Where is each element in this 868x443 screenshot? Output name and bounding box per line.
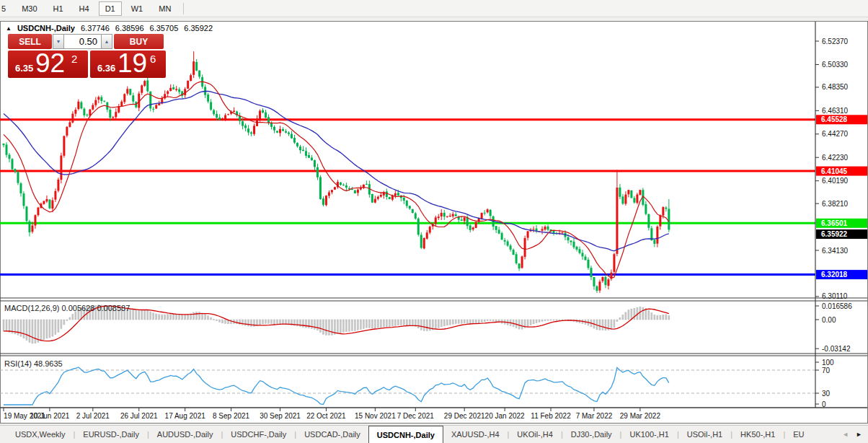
buy-price-pips: 19 (118, 48, 147, 79)
tab-scroll-left-icon[interactable]: ◄ (842, 431, 849, 438)
ohlc-close: 6.35922 (184, 24, 213, 32)
tab-usoil-h1[interactable]: USOil-,H1 (679, 426, 731, 443)
svg-text:6.42230: 6.42230 (822, 154, 849, 162)
svg-text:30: 30 (822, 390, 831, 398)
ohlc-low: 6.35705 (150, 24, 179, 32)
svg-text:6.36501: 6.36501 (821, 219, 848, 227)
sell-price-prefix: 6.35 (15, 63, 33, 74)
timeframe-button-M30[interactable]: M30 (15, 1, 43, 16)
timeframe-button-W1[interactable]: W1 (125, 1, 150, 16)
svg-text:6.41045: 6.41045 (821, 167, 848, 175)
tab-eurusd-daily[interactable]: EURUSD-,Daily (75, 426, 147, 443)
toolbar-separator (183, 3, 184, 14)
sell-button[interactable]: SELL (8, 34, 52, 49)
symbol-tab-bar: USDX,Weekly|EURUSD-,Daily|AUDUSD-,Daily|… (0, 425, 868, 443)
tab-eu[interactable]: EU (785, 426, 812, 443)
volume-decrease-button[interactable]: ▼ (53, 34, 64, 49)
svg-text:8 Sep 2021: 8 Sep 2021 (213, 412, 250, 420)
svg-text:22 Oct 2021: 22 Oct 2021 (306, 412, 346, 420)
svg-text:11 Feb 2022: 11 Feb 2022 (531, 412, 571, 420)
buy-button[interactable]: BUY (114, 34, 164, 49)
svg-text:70: 70 (822, 367, 831, 374)
svg-text:6.38210: 6.38210 (822, 200, 849, 208)
svg-text:6.46310: 6.46310 (822, 107, 849, 115)
svg-text:20 Jan 2022: 20 Jan 2022 (485, 412, 525, 420)
tab-ukoil-h4[interactable]: UKOil-,H4 (509, 426, 561, 443)
svg-text:2 Jul 2021: 2 Jul 2021 (76, 412, 110, 420)
svg-text:7 Dec 2021: 7 Dec 2021 (397, 412, 435, 420)
tab-hk50-h1[interactable]: HK50-,H1 (732, 426, 783, 443)
sell-price-point: 2 (71, 53, 77, 65)
svg-text:6.44270: 6.44270 (822, 130, 849, 138)
tab-usdcnh-daily[interactable]: USDCNH-,Daily (368, 426, 443, 443)
svg-text:6.34130: 6.34130 (822, 247, 849, 255)
one-click-trade-panel: SELL ▼ ▲ BUY 6.35 92 2 (8, 34, 166, 78)
horizontal-level-lines[interactable] (0, 120, 815, 275)
tab-uk100-h1[interactable]: UK100-,H1 (621, 426, 676, 443)
chart-title-row: ▲ USDCNH-,Daily 6.37746 6.38596 6.35705 … (6, 24, 213, 32)
svg-text:6.32018: 6.32018 (821, 271, 848, 278)
chart-area[interactable]: 6.523706.503306.483506.463106.442706.422… (0, 21, 868, 424)
tab-dj30-daily[interactable]: DJ30-,Daily (563, 426, 620, 443)
tab-scroll-arrows: ◄► (836, 426, 868, 443)
tab-usdx-weekly[interactable]: USDX,Weekly (7, 426, 73, 443)
volume-stepper: ▼ ▲ (53, 34, 112, 49)
triangle-down-icon: ▼ (56, 39, 61, 44)
svg-text:6.48350: 6.48350 (822, 83, 849, 91)
triangle-up-icon: ▲ (105, 39, 110, 44)
buy-price-prefix: 6.36 (97, 63, 115, 74)
date-axis[interactable]: 19 May 202110 Jun 20212 Jul 202126 Jul 2… (4, 408, 660, 420)
tab-usdchf-daily[interactable]: USDCHF-,Daily (223, 426, 294, 443)
svg-text:6.40190: 6.40190 (822, 177, 849, 185)
svg-text:0.00: 0.00 (822, 316, 836, 324)
volume-input[interactable] (64, 34, 101, 49)
chart-window: 6.523706.503306.483506.463106.442706.422… (0, 21, 868, 424)
svg-text:6.30110: 6.30110 (822, 292, 848, 300)
svg-text:10 Jun 2021: 10 Jun 2021 (30, 412, 69, 420)
indicator-axis: 0.0165860.00-0.0314210070300 (815, 302, 852, 408)
svg-text:15 Nov 2021: 15 Nov 2021 (355, 412, 396, 420)
timeframe-toolbar: 5M30H1H4D1W1MN (0, 0, 868, 17)
svg-text:6.45528: 6.45528 (821, 115, 848, 123)
svg-text:6.52370: 6.52370 (822, 38, 849, 45)
timeframe-button-H4[interactable]: H4 (73, 1, 96, 16)
tab-xauusd-h4[interactable]: XAUUSD-,H4 (443, 426, 508, 443)
svg-text:17 Aug 2021: 17 Aug 2021 (165, 412, 206, 420)
svg-text:-0.03142: -0.03142 (822, 345, 851, 353)
svg-text:29 Dec 2021: 29 Dec 2021 (444, 412, 485, 420)
svg-text:29 Mar 2022: 29 Mar 2022 (620, 412, 661, 420)
candles-layer (3, 51, 670, 293)
svg-text:100: 100 (822, 359, 834, 367)
buy-price-display[interactable]: 6.36 19 6 (90, 51, 166, 78)
svg-text:30 Sep 2021: 30 Sep 2021 (260, 412, 301, 420)
chart-symbol-title: USDCNH-,Daily (17, 24, 75, 32)
svg-text:7 Mar 2022: 7 Mar 2022 (576, 412, 613, 420)
ohlc-high: 6.38596 (115, 24, 144, 32)
buy-price-point: 6 (150, 53, 156, 65)
svg-text:6.50330: 6.50330 (822, 61, 849, 69)
panel-separators (0, 22, 867, 408)
timeframe-button-MN[interactable]: MN (152, 1, 177, 16)
rsi-gridlines (0, 370, 815, 393)
svg-text:0: 0 (822, 400, 826, 408)
collapse-icon[interactable]: ▲ (6, 25, 12, 32)
sell-price-pips: 92 (35, 48, 65, 79)
tab-audusd-daily[interactable]: AUDUSD-,Daily (149, 426, 221, 443)
moving-averages (4, 82, 669, 278)
timeframe-button-H1[interactable]: H1 (47, 1, 70, 16)
macd-indicator-label: MACD(12,26,9) 0.005628 0.008587 (4, 304, 130, 312)
svg-text:0.016586: 0.016586 (822, 302, 852, 310)
tab-usdcad-daily[interactable]: USDCAD-,Daily (296, 426, 368, 443)
timeframe-button-D1[interactable]: D1 (99, 1, 122, 16)
rsi-panel (4, 367, 669, 405)
timeframe-button-5[interactable]: 5 (0, 1, 12, 16)
svg-text:6.35922: 6.35922 (821, 230, 848, 238)
volume-increase-button[interactable]: ▲ (101, 34, 112, 49)
sell-price-display[interactable]: 6.35 92 2 (8, 51, 88, 78)
price-axis[interactable]: 6.523706.503306.483506.463106.442706.422… (815, 38, 867, 301)
rsi-indicator-label: RSI(14) 48.9635 (4, 359, 63, 368)
svg-text:26 Jul 2021: 26 Jul 2021 (120, 412, 158, 420)
mt4-window: 5M30H1H4D1W1MN 6.523706.503306.483506.46… (0, 0, 868, 443)
ohlc-open: 6.37746 (81, 24, 110, 32)
tab-scroll-right-icon[interactable]: ► (856, 431, 862, 438)
